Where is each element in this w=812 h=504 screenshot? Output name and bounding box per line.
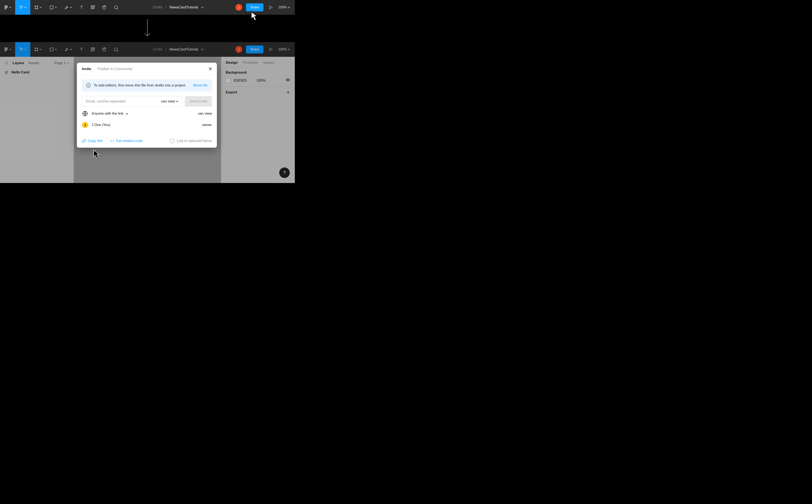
toolbar-top: Drafts / NewsCardTutorial J Share 100%	[0, 0, 295, 15]
breadcrumb-separator: /	[165, 5, 166, 9]
hand-tool-button[interactable]	[98, 0, 110, 15]
transition-arrow-region	[0, 15, 295, 42]
email-permission-label: can view	[161, 99, 175, 103]
chevron-down-icon[interactable]	[201, 6, 204, 9]
present-button[interactable]	[267, 0, 274, 15]
link-icon	[82, 139, 86, 143]
share-button[interactable]: Share	[246, 3, 264, 11]
invite-row: Email, comma separated can view Send inv…	[82, 96, 212, 107]
text-icon	[79, 5, 84, 10]
owner-avatar-wrap: J	[82, 122, 88, 128]
cursor-icon	[19, 5, 24, 10]
modal-header: Invite Publish to Community	[77, 63, 217, 75]
svg-point-2	[5, 7, 6, 8]
frame-icon	[34, 5, 39, 10]
pen-icon	[64, 5, 69, 10]
owner-name: J Doe (You)	[92, 123, 110, 127]
modal-footer: Copy link Get embed code Link to selecte…	[77, 134, 217, 148]
svg-rect-8	[91, 8, 92, 9]
embed-code-label: Get embed code	[116, 139, 142, 143]
globe-icon-wrap	[82, 111, 88, 116]
globe-icon	[82, 111, 88, 116]
checkbox[interactable]	[170, 139, 174, 143]
figma-menu-button[interactable]	[0, 0, 15, 15]
embed-code-button[interactable]: Get embed code	[110, 139, 142, 143]
chevron-down-icon	[40, 6, 42, 8]
info-icon	[86, 83, 91, 88]
toolbar-left-group	[0, 0, 121, 15]
move-file-link[interactable]: Move file	[193, 83, 208, 88]
chevron-down-icon	[55, 6, 57, 8]
comment-tool-button[interactable]	[110, 0, 121, 15]
link-permission[interactable]: can view	[198, 111, 212, 116]
chevron-down-icon	[126, 113, 128, 115]
publish-tab[interactable]: Publish to Community	[97, 67, 132, 71]
hand-icon	[102, 5, 106, 10]
text-tool-button[interactable]	[76, 0, 87, 15]
copy-link-button[interactable]: Copy link	[82, 139, 102, 143]
toolbar-center-group: Drafts / NewsCardTutorial	[121, 0, 236, 15]
svg-point-3	[6, 7, 7, 8]
banner-text: To add editors, first move this file fro…	[94, 83, 190, 88]
help-button[interactable]: ?	[279, 167, 290, 178]
play-icon	[269, 5, 273, 10]
send-invite-button[interactable]: Send invite	[185, 96, 212, 107]
owner-avatar: J	[82, 122, 88, 128]
figma-logo-icon	[4, 5, 8, 10]
svg-rect-6	[91, 6, 92, 7]
toolbar-right-group: J Share 100%	[236, 0, 295, 15]
modal-body: To add editors, first move this file fro…	[77, 75, 217, 134]
email-placeholder: Email, comma separated	[86, 99, 161, 103]
svg-rect-7	[93, 6, 94, 7]
shape-tool-button[interactable]	[45, 0, 61, 15]
zoom-control[interactable]: 100%	[278, 5, 290, 9]
arrow-down-icon	[143, 18, 151, 39]
chevron-down-icon	[9, 6, 11, 8]
svg-rect-5	[50, 6, 53, 9]
link-to-frame-label: Link to selected frame	[177, 139, 212, 143]
invite-tab[interactable]: Invite	[82, 67, 91, 71]
code-icon	[110, 139, 114, 143]
frame-tool-button[interactable]	[30, 0, 45, 15]
rectangle-icon	[49, 5, 54, 10]
chevron-down-icon	[24, 6, 27, 8]
chevron-down-icon	[176, 100, 178, 103]
link-to-frame-option[interactable]: Link to selected frame	[170, 139, 212, 143]
chevron-down-icon	[288, 6, 290, 9]
file-name[interactable]: NewsCardTutorial	[169, 5, 198, 9]
pen-tool-button[interactable]	[61, 0, 76, 15]
link-access-label[interactable]: Anyone with the link	[92, 111, 128, 116]
email-permission-selector[interactable]: can view	[161, 99, 178, 103]
link-access-row: Anyone with the link can view	[82, 107, 212, 121]
close-icon	[208, 66, 213, 71]
chevron-down-icon	[70, 6, 72, 8]
owner-role: owner	[202, 123, 212, 127]
close-button[interactable]	[208, 66, 213, 72]
resources-icon	[90, 5, 95, 10]
email-input[interactable]: Email, comma separated can view	[82, 96, 182, 107]
owner-row: J J Doe (You) owner	[82, 121, 212, 133]
resources-button[interactable]	[87, 0, 98, 15]
info-banner: To add editors, first move this file fro…	[82, 79, 212, 92]
help-label: ?	[283, 170, 286, 175]
svg-point-0	[5, 5, 6, 7]
toolbar-bottom: Drafts / NewsCardTutorial J Share 100%	[0, 42, 295, 57]
copy-link-label: Copy link	[88, 139, 102, 143]
breadcrumb-drafts[interactable]: Drafts	[153, 5, 162, 9]
comment-icon	[113, 5, 118, 10]
svg-point-1	[6, 5, 7, 7]
move-tool-button[interactable]	[15, 0, 30, 15]
svg-point-4	[5, 8, 6, 9]
zoom-value: 100%	[278, 5, 287, 9]
share-modal: Invite Publish to Community To add edito…	[77, 63, 217, 148]
link-access-text: Anyone with the link	[92, 111, 123, 115]
avatar[interactable]: J	[236, 4, 242, 11]
toolbar-scrim	[0, 42, 295, 57]
